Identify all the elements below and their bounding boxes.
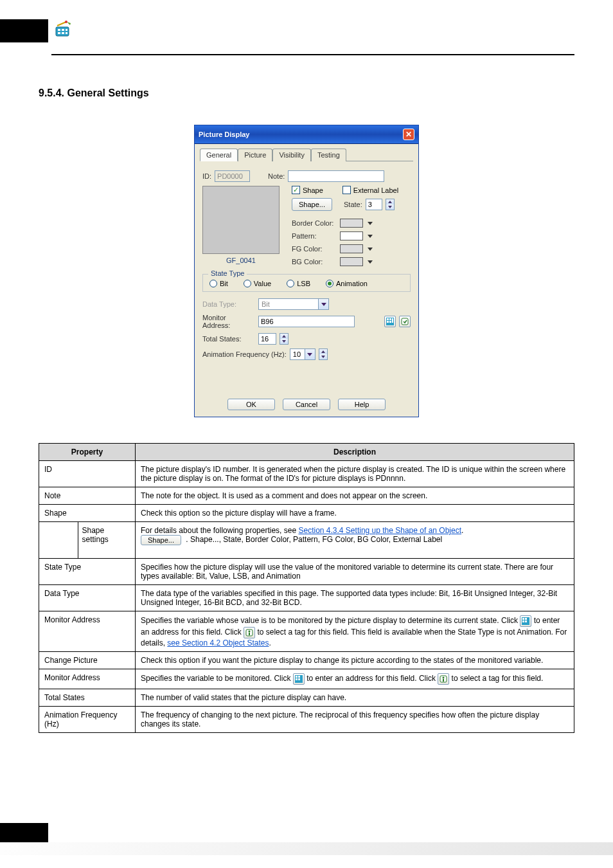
border-color-label: Border Color: — [292, 219, 337, 227]
tag-icon — [244, 627, 255, 638]
chevron-down-icon[interactable] — [368, 248, 373, 251]
anim-freq-select[interactable]: 10 — [290, 348, 315, 360]
svg-rect-19 — [525, 620, 527, 622]
radio-animation[interactable]: Animation — [326, 280, 368, 287]
total-states-label: Total States: — [202, 335, 255, 343]
page-header — [39, 19, 574, 51]
svg-rect-27 — [298, 678, 300, 680]
bg-color-label: BG Color: — [292, 258, 337, 266]
svg-rect-25 — [298, 676, 300, 678]
chevron-down-icon[interactable] — [368, 260, 373, 264]
state-label: State: — [344, 201, 362, 208]
svg-rect-12 — [389, 321, 391, 323]
shape-checkbox[interactable]: Shape — [292, 186, 323, 194]
table-row: Total States The number of valid states … — [39, 689, 574, 707]
svg-rect-4 — [58, 32, 60, 34]
header-divider — [51, 54, 574, 55]
link-shape-section[interactable]: Section 4.3.4 Setting up the Shape of an… — [298, 526, 461, 535]
monitor-address-field[interactable] — [258, 316, 355, 327]
svg-rect-24 — [296, 676, 298, 678]
app-logo-icon — [54, 21, 72, 39]
svg-rect-30 — [443, 679, 444, 682]
total-states-spinner[interactable] — [280, 333, 289, 345]
radio-value[interactable]: Value — [244, 280, 271, 287]
svg-rect-2 — [62, 29, 64, 31]
radio-bit[interactable]: Bit — [209, 280, 228, 287]
id-field — [215, 170, 250, 182]
shape-preview: GF_0041 — [202, 186, 280, 264]
svg-rect-13 — [392, 318, 393, 323]
data-type-select: Bit — [258, 298, 329, 310]
state-type-group: State Type Bit Value LSB Animation — [202, 274, 411, 292]
ok-button[interactable]: OK — [227, 399, 275, 410]
fg-color-swatch[interactable] — [340, 244, 363, 253]
note-field[interactable] — [288, 170, 384, 182]
dialog-title: Picture Display — [199, 131, 249, 138]
property-table: Property Description ID The picture disp… — [39, 443, 574, 733]
state-type-legend: State Type — [208, 269, 247, 277]
tab-general[interactable]: General — [200, 149, 238, 161]
tab-testing[interactable]: Testing — [311, 149, 346, 161]
anim-freq-spinner[interactable] — [319, 348, 328, 360]
bg-color-swatch[interactable] — [340, 257, 363, 266]
pattern-label: Pattern: — [292, 232, 337, 240]
tag-icon — [438, 673, 449, 685]
table-row: Data Type The data type of the variables… — [39, 585, 574, 611]
table-row: Change Picture Check this option if you … — [39, 652, 574, 669]
picture-display-dialog: Picture Display ✕ General Picture Visibi… — [194, 125, 419, 417]
chevron-down-icon[interactable] — [368, 222, 373, 225]
svg-rect-10 — [389, 318, 391, 320]
svg-point-29 — [443, 677, 445, 679]
preview-caption: GF_0041 — [202, 257, 280, 264]
keypad-icon[interactable] — [384, 316, 396, 327]
total-states-field[interactable] — [258, 333, 276, 345]
table-row: Monitor Address Specifies the variable t… — [39, 669, 574, 689]
keypad-icon — [293, 673, 305, 685]
svg-point-21 — [249, 631, 251, 633]
close-icon[interactable]: ✕ — [403, 129, 414, 140]
dialog-tabs: General Picture Visibility Testing — [200, 148, 413, 161]
tab-visibility[interactable]: Visibility — [272, 149, 311, 161]
svg-rect-14 — [402, 318, 408, 325]
cancel-button[interactable]: Cancel — [283, 399, 330, 410]
svg-point-7 — [65, 21, 67, 23]
table-row: Animation Frequency (Hz) The frequency o… — [39, 707, 574, 733]
state-spinner[interactable] — [386, 199, 395, 210]
svg-rect-1 — [58, 29, 60, 31]
radio-lsb[interactable]: LSB — [287, 280, 310, 287]
chevron-down-icon[interactable] — [368, 235, 373, 238]
data-type-label: Data Type: — [202, 300, 255, 308]
svg-rect-9 — [387, 318, 389, 320]
state-field[interactable] — [366, 199, 382, 210]
border-color-swatch[interactable] — [340, 219, 363, 228]
fg-color-label: FG Color: — [292, 245, 337, 253]
shape-button[interactable]: Shape... — [292, 198, 332, 211]
svg-rect-11 — [387, 321, 389, 323]
table-row: Shape Check this option so the picture d… — [39, 505, 574, 522]
tag-icon[interactable] — [399, 316, 411, 327]
svg-rect-22 — [249, 633, 250, 635]
col-header-description: Description — [136, 444, 574, 461]
table-row: Monitor Address Specifies the variable w… — [39, 611, 574, 652]
help-button[interactable]: Help — [338, 399, 386, 410]
keypad-icon — [520, 615, 531, 627]
table-row: State Type Specifies how the picture dis… — [39, 559, 574, 585]
note-label: Note: — [268, 172, 285, 180]
svg-rect-5 — [62, 32, 64, 34]
shape-button-inline[interactable]: Shape... — [141, 535, 181, 545]
table-row: Shape settings For details about the fol… — [39, 522, 574, 559]
tab-picture[interactable]: Picture — [238, 149, 272, 161]
svg-rect-0 — [56, 27, 69, 36]
dialog-titlebar[interactable]: Picture Display ✕ — [195, 125, 418, 144]
external-label-checkbox[interactable]: External Label — [342, 186, 398, 194]
id-label: ID: — [202, 172, 211, 180]
col-header-property: Property — [39, 444, 136, 461]
page-footer — [0, 823, 613, 855]
svg-rect-26 — [296, 678, 298, 680]
header-black-block — [0, 19, 48, 42]
svg-rect-16 — [522, 618, 524, 620]
link-object-states[interactable]: see Section 4.2 Object States — [167, 638, 269, 647]
anim-freq-label: Animation Frequency (Hz): — [202, 350, 287, 358]
pattern-swatch[interactable] — [340, 231, 363, 240]
table-header-row: Property Description — [39, 444, 574, 461]
